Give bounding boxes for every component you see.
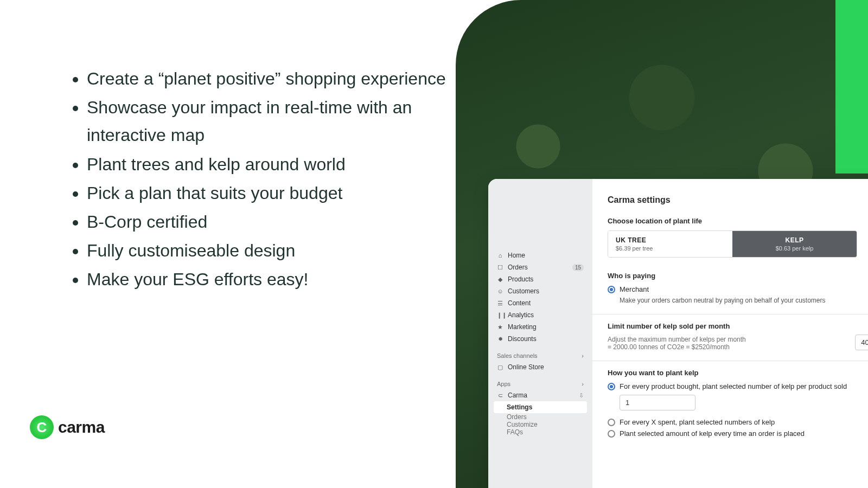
- bullet-item: Make your ESG efforts easy!: [87, 266, 456, 293]
- green-accent-stripe: [835, 0, 868, 174]
- settings-panel: Carma settings Choose location of plant …: [592, 179, 868, 488]
- how-title: How you want to plant kelp: [608, 369, 868, 377]
- sidebar-item-label: Customers: [508, 287, 539, 295]
- feature-bullet-list: Create a “planet positive” shopping expe…: [65, 65, 456, 294]
- sidebar-sub-customize[interactable]: Customize: [494, 421, 587, 428]
- marketing-icon: ★: [497, 324, 503, 331]
- paying-label: Who is paying: [608, 272, 868, 280]
- sidebar-item-label: Online Store: [508, 363, 544, 371]
- limit-value-input[interactable]: 400: [855, 335, 868, 350]
- sidebar-item-carma-app[interactable]: ⊂Carma⇩: [494, 389, 587, 401]
- option-label: Merchant: [620, 285, 649, 293]
- radio-icon: [608, 286, 615, 293]
- discounts-icon: ✹: [497, 336, 503, 343]
- app-screenshot: ⌂Home ☐Orders15 ◆Products ☺Customers ☰Co…: [488, 179, 868, 488]
- plant-type-cards: UK TREE $6.39 per tree KELP $0.63 per ke…: [608, 230, 857, 258]
- sidebar-item-home[interactable]: ⌂Home: [494, 249, 587, 261]
- carma-logo: carma: [30, 415, 105, 439]
- analytics-icon: ❙❙: [497, 312, 503, 319]
- sidebar-item-label: Carma: [508, 391, 527, 399]
- bullet-item: Showcase your impact in real-time with a…: [87, 94, 456, 149]
- sidebar-section-apps: Apps›: [494, 381, 587, 389]
- pin-icon[interactable]: ⇩: [579, 392, 584, 399]
- products-icon: ◆: [497, 276, 503, 283]
- option-label: For every product bought, plant selected…: [620, 382, 847, 390]
- orders-icon: ☐: [497, 264, 503, 271]
- divider: [592, 314, 868, 314]
- orders-badge: 15: [572, 264, 584, 271]
- sidebar-item-marketing[interactable]: ★Marketing: [494, 321, 587, 333]
- sidebar-item-content[interactable]: ☰Content: [494, 297, 587, 309]
- chevron-right-icon[interactable]: ›: [582, 381, 584, 387]
- settings-title: Carma settings: [608, 195, 868, 205]
- radio-icon: [608, 430, 615, 438]
- limit-desc-2: = 2000.00 tonnes of CO2e = $2520/month: [608, 343, 746, 351]
- bullet-item: Plant trees and kelp around world: [87, 151, 456, 178]
- how-option-per-order[interactable]: Plant selected amount of kelp every time…: [608, 429, 868, 438]
- card-title: KELP: [740, 236, 849, 244]
- card-kelp[interactable]: KELP $0.63 per kelp: [732, 231, 857, 257]
- sidebar-sub-orders[interactable]: Orders: [494, 413, 587, 421]
- limit-desc-1: Adjust the maximum number of kelps per m…: [608, 336, 746, 343]
- customers-icon: ☺: [497, 288, 503, 294]
- location-label: Choose location of plant life: [608, 217, 868, 225]
- card-title: UK TREE: [616, 236, 725, 244]
- option-label: For every X spent, plant selected number…: [620, 418, 775, 426]
- bullet-item: Pick a plan that suits your budget: [87, 179, 456, 207]
- sidebar-item-discounts[interactable]: ✹Discounts: [494, 333, 587, 345]
- bullet-item: B-Corp certified: [87, 208, 456, 236]
- how-option-per-spent[interactable]: For every X spent, plant selected number…: [608, 418, 868, 426]
- paying-description: Make your orders carbon neutral by payin…: [620, 297, 868, 304]
- logo-text: carma: [58, 418, 105, 436]
- sidebar-item-customers[interactable]: ☺Customers: [494, 285, 587, 297]
- divider: [592, 361, 868, 361]
- sidebar-section-sales: Sales channels›: [494, 352, 587, 361]
- option-label: Plant selected amount of kelp every time…: [620, 429, 805, 438]
- sidebar-item-analytics[interactable]: ❙❙Analytics: [494, 309, 587, 321]
- sidebar-item-label: Content: [508, 299, 531, 307]
- radio-icon: [608, 419, 615, 426]
- bullet-item: Create a “planet positive” shopping expe…: [87, 65, 456, 93]
- how-option-per-product[interactable]: For every product bought, plant selected…: [608, 382, 868, 390]
- sidebar-item-online-store[interactable]: ▢Online Store: [494, 361, 587, 373]
- sidebar-sub-faqs[interactable]: FAQs: [494, 428, 587, 436]
- radio-icon: [608, 383, 615, 390]
- home-icon: ⌂: [497, 252, 503, 259]
- content-icon: ☰: [497, 300, 503, 307]
- limit-title: Limit number of kelp sold per month: [608, 322, 868, 330]
- store-icon: ▢: [497, 364, 503, 371]
- logo-mark-icon: [30, 415, 54, 439]
- sidebar-sub-settings[interactable]: Settings: [494, 401, 587, 413]
- card-sub: $0.63 per kelp: [740, 245, 849, 252]
- sidebar-item-label: Products: [508, 275, 533, 283]
- sidebar-item-label: Analytics: [508, 311, 534, 319]
- sidebar-item-orders[interactable]: ☐Orders15: [494, 261, 587, 273]
- sidebar-item-products[interactable]: ◆Products: [494, 273, 587, 285]
- sidebar-item-label: Discounts: [508, 335, 537, 343]
- chevron-right-icon[interactable]: ›: [582, 352, 584, 359]
- card-sub: $6.39 per tree: [616, 245, 725, 252]
- bullet-item: Fully customiseable design: [87, 237, 456, 265]
- how-qty-input[interactable]: 1: [620, 395, 695, 410]
- app-sidebar: ⌂Home ☐Orders15 ◆Products ☺Customers ☰Co…: [488, 179, 592, 488]
- sidebar-item-label: Home: [508, 252, 525, 259]
- card-uk-tree[interactable]: UK TREE $6.39 per tree: [608, 231, 732, 257]
- paying-merchant-option[interactable]: Merchant: [608, 285, 868, 293]
- sidebar-item-label: Marketing: [508, 323, 537, 331]
- app-icon: ⊂: [497, 392, 503, 399]
- sidebar-item-label: Orders: [508, 264, 528, 271]
